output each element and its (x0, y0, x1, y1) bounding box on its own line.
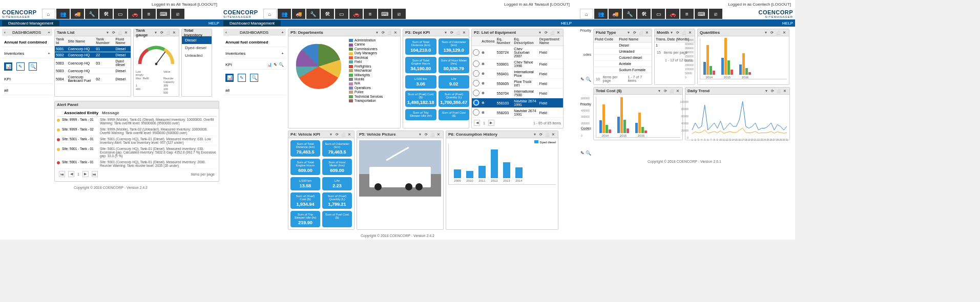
filter-icon[interactable]: ▼ (153, 30, 158, 35)
all-item[interactable]: all (223, 86, 286, 95)
table-row[interactable]: ⊕558103Navistar 2674 1991Field (472, 98, 563, 108)
search-icon[interactable]: 🔍 (29, 62, 37, 71)
refresh-icon[interactable]: ⟳ (538, 132, 544, 137)
nav-truck-icon[interactable]: 🚚 (71, 9, 84, 19)
nav-home-icon[interactable]: ⌂ (580, 9, 593, 19)
pager-next-icon[interactable]: ▶ (82, 171, 89, 177)
pager-next-icon[interactable]: ▶ (488, 120, 494, 126)
table-row[interactable]: ⊕550401International PlowField (472, 69, 563, 79)
nav-gun-icon[interactable]: 🛠 (637, 9, 651, 19)
nav-fish-icon[interactable]: 🔧 (85, 9, 98, 19)
close-icon[interactable]: ✕ (556, 30, 561, 35)
list-item[interactable]: Diesel (182, 36, 212, 44)
pager-first-icon[interactable]: ⏮ (59, 171, 65, 177)
nav-gun-icon[interactable]: 🛠 (99, 9, 113, 19)
table-row[interactable]: ⊕530724Chev Suburban 2007Field (472, 46, 563, 59)
refresh-icon[interactable]: ⟳ (449, 30, 454, 35)
nav-people-icon[interactable]: 👥 (56, 9, 70, 19)
pencil-icon[interactable]: ✎ (16, 62, 25, 71)
close-icon[interactable]: ✕ (347, 132, 352, 137)
list-item[interactable]: Unleaded (182, 52, 212, 59)
close-icon[interactable]: ✕ (462, 30, 467, 35)
nav-home-icon[interactable]: ⌂ (42, 9, 55, 19)
nav-truck-icon[interactable]: 🚚 (292, 9, 305, 19)
maximize-icon[interactable]: ⬜ (776, 30, 781, 35)
chevron-left-icon[interactable]: ‹ (4, 30, 6, 35)
refresh-icon[interactable]: ⟳ (381, 30, 386, 35)
refresh-icon[interactable]: ⟳ (769, 30, 775, 35)
pager-prev-icon[interactable]: ◀ (68, 171, 74, 177)
maximize-icon[interactable]: ⬜ (545, 132, 550, 137)
filter-icon[interactable]: ▼ (374, 30, 380, 35)
nav-car-icon[interactable]: 🚗 (666, 9, 679, 19)
add-icon[interactable]: + (281, 30, 284, 35)
nav-sliders-icon[interactable]: ⎚ (392, 9, 406, 19)
refresh-icon[interactable]: ⟳ (424, 132, 429, 137)
nav-gun-icon[interactable]: 🛠 (321, 9, 334, 19)
maximize-icon[interactable]: ⬜ (341, 132, 346, 137)
refresh-icon[interactable]: ⟳ (675, 30, 680, 35)
alert-row[interactable]: Site: 5001 - Tank - 01Site: 5001 (Coenco… (57, 159, 217, 169)
alert-row[interactable]: Site: 9999 - Tank - 02Site: 9999 (Mobile… (57, 126, 217, 136)
alert-row[interactable]: Site: 5001 - Tank - 01Site: 5001 (Coenco… (57, 146, 217, 159)
table-row[interactable]: 5003Coencorp HQ03Dyed diesel (55, 58, 131, 68)
table-row[interactable]: Colored diesel (594, 55, 652, 61)
refresh-icon[interactable]: ⟳ (544, 30, 549, 35)
table-row[interactable]: 5002Coencorp HQ22Diesel (55, 52, 131, 58)
table-row[interactable]: Diesel (594, 42, 652, 49)
filter-icon[interactable]: ▼ (657, 89, 662, 94)
maximize-icon[interactable]: ⬜ (455, 30, 461, 35)
filter-icon[interactable]: ▼ (537, 30, 543, 35)
inventories-item[interactable]: Inventories + (223, 49, 286, 58)
add-icon[interactable]: + (48, 30, 50, 35)
filter-icon[interactable]: ▼ (105, 30, 110, 35)
table-row[interactable]: ⊕550605Plow Truck Int'lField (472, 79, 563, 89)
table-row[interactable]: 5003Coencorp HQDiesel (55, 68, 131, 74)
search-icon[interactable]: 🔍 (250, 74, 258, 82)
table-row[interactable]: ⊕558203Navistar 2674 1991Field (472, 108, 563, 118)
close-icon[interactable]: ✕ (644, 30, 650, 35)
search-icon[interactable]: 🔍 (586, 77, 591, 82)
maximize-icon[interactable]: ⬜ (387, 30, 392, 35)
maximize-icon[interactable]: ⬜ (681, 30, 686, 35)
filter-icon[interactable]: ▼ (418, 132, 423, 137)
nav-home-icon[interactable]: ⌂ (263, 9, 277, 19)
refresh-icon[interactable]: ⟳ (770, 89, 775, 94)
chart-icon[interactable]: 📊 (225, 74, 234, 82)
chart-icon[interactable]: 📊 (4, 62, 12, 71)
nav-people-icon[interactable]: 👥 (278, 9, 291, 19)
maximize-icon[interactable]: ⬜ (550, 30, 555, 35)
nav-sliders-icon[interactable]: ⎚ (709, 9, 722, 19)
close-icon[interactable]: ✕ (393, 30, 398, 35)
refresh-icon[interactable]: ⟳ (335, 132, 340, 137)
dashboard-tab[interactable]: Dashboard Management (223, 20, 281, 26)
pager-prev-icon[interactable]: ◀ (474, 120, 480, 126)
inventories-item[interactable]: Inventories + (2, 49, 52, 58)
maximize-icon[interactable]: ⬜ (638, 30, 643, 35)
list-item[interactable]: Dyed diesel (182, 44, 212, 52)
nav-list-icon[interactable]: ≡ (142, 9, 156, 19)
refresh-icon[interactable]: ⟳ (159, 30, 164, 35)
maximize-icon[interactable]: ⬜ (669, 89, 674, 94)
pager-last-icon[interactable]: ⏭ (92, 171, 98, 177)
close-icon[interactable]: ✕ (172, 30, 177, 35)
close-icon[interactable]: ✕ (782, 89, 787, 94)
filter-icon[interactable]: ▼ (764, 89, 769, 94)
chart-icon[interactable]: 📊 (267, 62, 272, 67)
nav-fish-icon[interactable]: 🔧 (306, 9, 320, 19)
table-row[interactable]: 5004Coencorp Bankcard Fuel02Diesel (55, 74, 131, 84)
nav-card-icon[interactable]: ▭ (114, 9, 127, 19)
nav-list-icon[interactable]: ≡ (680, 9, 694, 19)
help-link[interactable]: HELP (208, 21, 219, 26)
nav-car-icon[interactable]: 🚗 (349, 9, 363, 19)
refresh-icon[interactable]: ⟳ (111, 30, 116, 35)
kpi-item[interactable]: KPI 📊 ✎ 🔍 (223, 60, 286, 70)
search-icon[interactable]: 🔍 (279, 62, 284, 67)
table-row[interactable]: ⊕530801Chev Tahoe 1998Field (472, 59, 563, 69)
table-row[interactable]: ⊕550704International 7500Field (472, 89, 563, 98)
maximize-icon[interactable]: ⬜ (117, 30, 122, 35)
filter-icon[interactable]: ▼ (669, 30, 674, 35)
table-row[interactable]: Acetate (594, 61, 652, 67)
refresh-icon[interactable]: ⟳ (663, 89, 668, 94)
nav-list-icon[interactable]: ≡ (364, 9, 377, 19)
